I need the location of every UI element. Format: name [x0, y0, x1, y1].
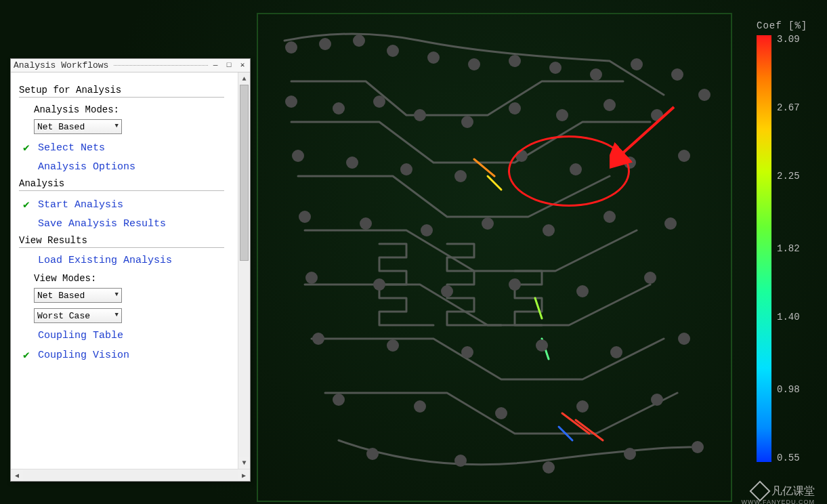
legend-tick: 2.67 — [777, 102, 800, 113]
minimize-button[interactable]: — — [211, 61, 220, 70]
start-analysis-link[interactable]: Start Analysis — [38, 199, 123, 211]
scroll-thumb[interactable] — [240, 85, 249, 261]
svg-point-6 — [468, 58, 480, 70]
coupling-table-link[interactable]: Coupling Table — [38, 330, 123, 341]
panel-title: Analysis Workflows — [14, 60, 111, 70]
scroll-left-icon[interactable]: ◀ — [11, 469, 23, 481]
section-view-header: View Results — [19, 235, 224, 248]
titlebar-divider — [114, 65, 208, 66]
svg-point-35 — [603, 211, 616, 223]
svg-point-14 — [333, 102, 345, 114]
load-existing-analysis-link[interactable]: Load Existing Analysis — [38, 255, 172, 266]
svg-point-13 — [285, 96, 297, 108]
svg-point-48 — [678, 333, 690, 345]
legend-tick: 1.82 — [777, 243, 800, 254]
analysis-options-link[interactable]: Analysis Options — [38, 161, 135, 173]
chevron-down-icon: ▼ — [115, 291, 119, 298]
svg-point-56 — [543, 461, 555, 474]
color-legend: Coef [%] 3.09 2.67 2.25 1.82 1.40 0.98 0… — [757, 20, 811, 462]
svg-point-17 — [461, 116, 473, 128]
svg-point-58 — [692, 441, 704, 453]
svg-point-39 — [441, 285, 453, 297]
svg-point-25 — [454, 170, 467, 182]
svg-point-18 — [509, 102, 521, 114]
svg-point-43 — [312, 333, 324, 345]
svg-point-31 — [360, 217, 372, 230]
svg-point-30 — [299, 211, 311, 223]
svg-point-53 — [651, 394, 663, 406]
legend-tick: 1.40 — [777, 312, 800, 322]
svg-point-26 — [515, 150, 528, 162]
section-analysis-header: Analysis — [19, 178, 224, 191]
legend-tick: 3.09 — [777, 34, 800, 45]
svg-point-42 — [644, 272, 656, 284]
legend-tick: 2.25 — [777, 171, 800, 182]
hscroll-track[interactable] — [23, 469, 238, 481]
legend-tick: 0.55 — [777, 453, 800, 463]
close-button[interactable]: ✕ — [238, 61, 247, 70]
svg-point-20 — [603, 99, 616, 111]
svg-point-51 — [495, 407, 507, 419]
svg-point-1 — [285, 41, 297, 54]
view-case-dropdown[interactable]: Worst Case ▼ — [34, 308, 122, 323]
legend-gradient — [757, 35, 771, 462]
svg-point-28 — [624, 156, 636, 169]
view-modes-dropdown[interactable]: Net Based ▼ — [34, 288, 122, 303]
check-icon: ✔ — [23, 141, 38, 154]
select-nets-link[interactable]: Select Nets — [38, 142, 105, 154]
vertical-scrollbar[interactable]: ▲ ▼ — [238, 72, 250, 469]
svg-point-33 — [482, 217, 494, 230]
chevron-down-icon: ▼ — [115, 312, 119, 318]
section-setup-header: Setup for Analysis — [19, 85, 224, 98]
view-modes-value: Net Based — [37, 291, 85, 301]
analysis-modes-dropdown[interactable]: Net Based ▼ — [34, 119, 122, 134]
svg-point-7 — [509, 55, 521, 67]
svg-point-44 — [387, 339, 399, 352]
svg-point-5 — [427, 51, 440, 64]
save-analysis-results-link[interactable]: Save Analysis Results — [38, 218, 166, 230]
legend-title: Coef [%] — [757, 20, 811, 31]
legend-tick: 0.98 — [777, 384, 800, 395]
svg-point-11 — [671, 68, 683, 81]
scroll-track[interactable] — [238, 85, 250, 457]
watermark-text: 凡亿课堂 — [771, 484, 815, 499]
svg-point-29 — [678, 150, 690, 162]
svg-point-27 — [570, 163, 582, 175]
svg-point-37 — [305, 272, 318, 284]
view-case-value: Worst Case — [37, 311, 90, 321]
coupling-vision-link[interactable]: Coupling Vision — [38, 350, 129, 361]
svg-point-8 — [549, 62, 561, 74]
svg-point-57 — [624, 448, 636, 460]
svg-point-21 — [651, 109, 663, 121]
analysis-workflows-panel: Analysis Workflows — □ ✕ Setup for Analy… — [10, 58, 251, 482]
svg-point-36 — [664, 217, 677, 230]
view-modes-label: View Modes: — [34, 273, 231, 284]
horizontal-scrollbar[interactable]: ◀ ▶ — [11, 469, 250, 481]
scroll-right-icon[interactable]: ▶ — [238, 469, 250, 481]
svg-point-50 — [414, 400, 426, 413]
svg-point-2 — [319, 38, 331, 50]
analysis-modes-label: Analysis Modes: — [34, 104, 231, 115]
restore-button[interactable]: □ — [224, 61, 234, 70]
watermark-subtext: WWW.FANYEDU.COM — [742, 499, 815, 504]
svg-point-16 — [414, 109, 426, 121]
svg-point-47 — [610, 346, 622, 358]
svg-point-45 — [461, 346, 473, 358]
svg-point-19 — [556, 109, 568, 121]
chevron-down-icon: ▼ — [115, 123, 119, 129]
svg-rect-0 — [257, 14, 731, 501]
svg-point-12 — [698, 89, 711, 101]
svg-point-24 — [400, 163, 412, 175]
svg-point-34 — [543, 224, 555, 236]
panel-titlebar[interactable]: Analysis Workflows — □ ✕ — [11, 59, 250, 72]
svg-point-32 — [421, 224, 433, 236]
svg-point-22 — [292, 150, 304, 162]
scroll-up-icon[interactable]: ▲ — [238, 72, 250, 85]
svg-point-9 — [590, 68, 602, 81]
svg-point-49 — [333, 394, 345, 406]
panel-content: Setup for Analysis Analysis Modes: Net B… — [11, 72, 238, 469]
svg-point-54 — [366, 448, 379, 460]
scroll-down-icon[interactable]: ▼ — [238, 457, 250, 469]
svg-point-55 — [454, 455, 467, 467]
check-icon: ✔ — [23, 198, 38, 211]
